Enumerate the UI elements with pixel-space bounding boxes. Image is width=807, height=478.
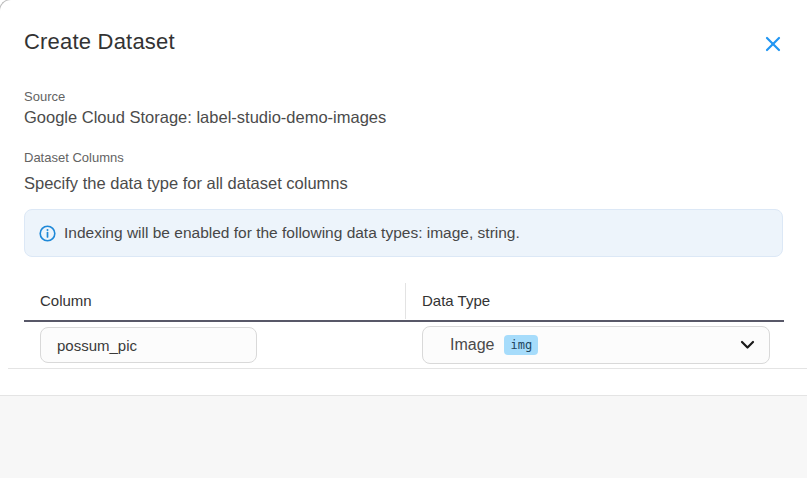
source-label: Source [24,89,65,104]
table-header-data-type: Data Type [422,292,490,309]
data-type-tag-badge: img [504,335,538,355]
page-title: Create Dataset [24,29,175,55]
table-header-column: Column [40,292,92,309]
close-icon [764,35,782,53]
dataset-columns-label: Dataset Columns [24,150,124,165]
info-circle-icon [39,225,56,242]
chevron-down-icon [740,340,755,350]
source-value: Google Cloud Storage: label-studio-demo-… [24,108,386,127]
modal-footer: Previous Cancel Check Connection Create … [0,395,807,478]
indexing-info-banner: Indexing will be enabled for the followi… [24,209,783,257]
modal-rounded-corner [0,0,14,14]
dataset-columns-description: Specify the data type for all dataset co… [24,174,348,193]
close-button[interactable] [761,32,785,56]
data-type-value: Image [450,336,494,354]
column-name-input[interactable] [40,327,257,363]
table-row-rule [8,368,807,369]
indexing-info-text: Indexing will be enabled for the followi… [64,224,520,242]
table-header-rule [24,320,784,322]
table-header-divider [405,283,406,319]
data-type-select[interactable]: Image img [422,326,770,364]
